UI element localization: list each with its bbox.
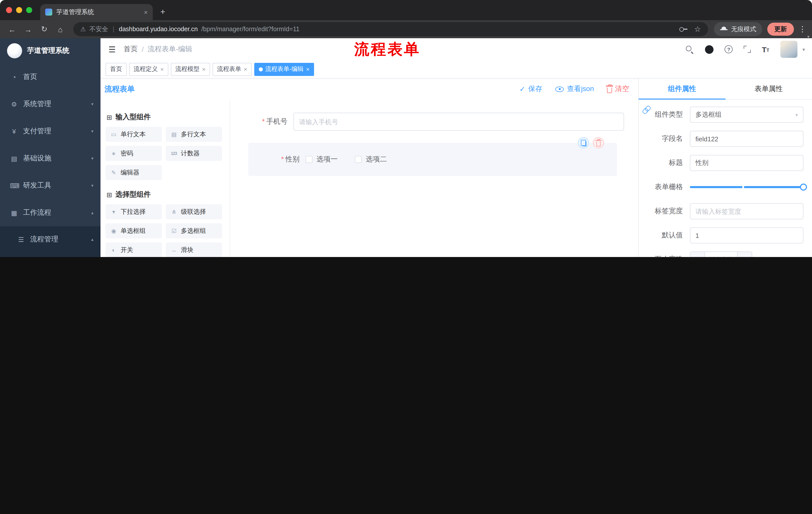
chevron-down-icon: ▾ — [91, 156, 93, 161]
password-key-icon[interactable] — [679, 26, 687, 32]
palette-item-switch[interactable]: ◐开关 — [106, 242, 162, 257]
component-type-select[interactable]: 多选框组 ▾ — [690, 107, 804, 123]
sidebar: 芋道管理系统 ◔ 首页 ⚙ 系统管理 ▾ ¥ 支付管理 ▾ ▤ 基础设施 ▾ — [0, 38, 100, 257]
delete-component-button[interactable] — [593, 137, 604, 148]
tab-component-props[interactable]: 组件属性 — [639, 78, 725, 99]
window-minimize-button[interactable] — [16, 7, 22, 13]
palette-item-single-text[interactable]: ▭单行文本 — [106, 127, 162, 142]
tab-close-icon[interactable]: × — [144, 8, 148, 16]
browser-update-button[interactable]: 更新 — [767, 23, 794, 36]
browser-nav: ← → ↻ ⌂ — [5, 22, 67, 36]
palette-item-radio-group[interactable]: ◉单选框组 — [106, 223, 162, 238]
close-icon[interactable]: × — [244, 65, 247, 73]
reload-button[interactable]: ↻ — [37, 22, 51, 36]
sidebar-item-workflow[interactable]: ▦ 工作流程 ▴ — [0, 199, 100, 226]
sidebar-item-process-management[interactable]: ☰ 流程管理 ▴ — [0, 226, 100, 252]
browser-tab[interactable]: 芋道管理系统 × — [40, 4, 153, 20]
slider-stop — [742, 186, 744, 188]
canvas-field-phone[interactable]: *手机号 — [242, 113, 624, 131]
tab-favicon — [45, 8, 52, 16]
palette-item-checkbox-group[interactable]: ☑多选框组 — [166, 223, 222, 238]
breadcrumb-home[interactable]: 首页 — [124, 45, 138, 54]
default-value-label: 默认值 — [639, 231, 683, 240]
palette-item-cascader[interactable]: ⋔级联选择 — [166, 204, 222, 219]
slider-handle[interactable] — [800, 184, 807, 191]
decrease-button[interactable]: − — [690, 252, 705, 257]
copy-component-button[interactable] — [578, 137, 589, 148]
sidebar-item-home[interactable]: ◔ 首页 — [0, 63, 100, 90]
font-size-icon[interactable]: TT — [762, 46, 769, 53]
forward-button[interactable]: → — [21, 22, 35, 36]
close-icon[interactable]: × — [202, 65, 205, 73]
back-button[interactable]: ← — [5, 22, 19, 36]
min-select-value[interactable]: 至少应选 — [705, 252, 737, 257]
select-icon: ▾ — [110, 209, 118, 215]
new-tab-button[interactable]: + — [156, 5, 170, 19]
gender-checkbox-option2[interactable]: 选项二 — [355, 155, 387, 164]
incognito-badge: 无痕模式 — [714, 22, 762, 36]
list-icon: ☰ — [17, 236, 25, 243]
window-zoom-button[interactable] — [26, 7, 32, 13]
hamburger-icon[interactable]: ☰ — [106, 45, 119, 54]
avatar-caret-icon[interactable]: ▾ — [803, 47, 805, 52]
panel-tabs: 组件属性 表单属性 — [639, 78, 812, 100]
palette-item-password[interactable]: ∗密码 — [106, 146, 162, 161]
search-icon[interactable] — [686, 45, 694, 54]
default-value-input[interactable] — [690, 227, 804, 243]
chevron-down-icon: ▾ — [91, 129, 93, 134]
incognito-icon — [720, 26, 728, 32]
close-icon[interactable]: × — [160, 65, 164, 73]
tab-title: 芋道管理系统 — [56, 8, 140, 16]
sidebar-logo[interactable]: 芋道管理系统 — [0, 38, 100, 63]
tag-home[interactable]: 首页 — [106, 63, 127, 76]
home-button[interactable]: ⌂ — [53, 22, 67, 36]
breadcrumb: 首页 / 流程表单-编辑 — [124, 45, 192, 54]
palette-item-counter[interactable]: 123计数器 — [166, 146, 222, 161]
tags-view: 首页 流程定义 × 流程模型 × 流程表单 × 流程表单-编辑 × — [100, 60, 812, 78]
window-close-button[interactable] — [6, 7, 12, 13]
sidebar-item-payment[interactable]: ¥ 支付管理 ▾ — [0, 118, 100, 145]
slider-icon: ↔ — [170, 247, 178, 253]
sidebar-item-infra[interactable]: ▤ 基础设施 ▾ — [0, 145, 100, 172]
increase-button[interactable]: + — [737, 252, 752, 257]
sidebar-item-process-form[interactable]: ▭ 流程表单 — [0, 252, 100, 257]
checkbox-icon — [355, 156, 362, 163]
sidebar-item-system[interactable]: ⚙ 系统管理 ▾ — [0, 90, 100, 118]
browser-menu-button[interactable]: ⋮ — [798, 25, 807, 34]
trash-icon — [607, 87, 612, 93]
tag-process-definition[interactable]: 流程定义 × — [129, 63, 168, 76]
keyboard-icon: ⌨ — [10, 182, 18, 189]
tag-process-form[interactable]: 流程表单 × — [212, 63, 252, 76]
canvas-field-gender-selected[interactable]: *性别 选项一 选项二 — [248, 143, 617, 176]
address-bar[interactable]: ⚠ 不安全 | dashboard.yudao.iocoder.cn /bpm/… — [74, 22, 708, 36]
form-canvas: *手机号 *性别 选项一 — [230, 100, 638, 257]
sidebar-item-devtools[interactable]: ⌨ 研发工具 ▾ — [0, 172, 100, 199]
phone-input[interactable] — [293, 113, 624, 131]
tag-process-model[interactable]: 流程模型 × — [171, 63, 210, 76]
palette-item-editor[interactable]: ✎编辑器 — [106, 165, 162, 180]
github-icon[interactable] — [705, 45, 714, 54]
tag-width-input[interactable] — [690, 203, 804, 219]
fullscreen-icon[interactable] — [744, 46, 751, 53]
gender-checkbox-option1[interactable]: 选项一 — [306, 155, 338, 164]
field-name-label: 字段名 — [639, 134, 683, 143]
palette-item-slider[interactable]: ↔滑块 — [166, 242, 222, 257]
close-icon[interactable]: × — [306, 65, 310, 73]
title-input[interactable] — [690, 155, 804, 171]
palette-item-select[interactable]: ▾下拉选择 — [106, 204, 162, 219]
tag-process-form-edit[interactable]: 流程表单-编辑 × — [254, 63, 314, 76]
form-grid-slider[interactable] — [690, 186, 804, 188]
view-json-button[interactable]: 查看json — [555, 84, 594, 93]
user-avatar[interactable] — [780, 41, 798, 58]
help-icon[interactable]: ? — [725, 45, 733, 53]
tab-form-props[interactable]: 表单属性 — [725, 78, 812, 99]
section-title: 选择型组件 — [116, 190, 151, 199]
clear-button[interactable]: 清空 — [607, 84, 629, 93]
min-select-label: 至少应选 — [639, 255, 683, 257]
bookmark-star-icon[interactable]: ☆ — [694, 25, 701, 34]
browser-toolbar: ← → ↻ ⌂ ⚠ 不安全 | dashboard.yudao.iocoder.… — [0, 20, 812, 38]
palette-item-textarea[interactable]: ▤多行文本 — [166, 127, 222, 142]
counter-icon: 123 — [170, 151, 178, 156]
field-name-input[interactable] — [690, 131, 804, 147]
save-button[interactable]: ✓ 保存 — [519, 84, 542, 93]
